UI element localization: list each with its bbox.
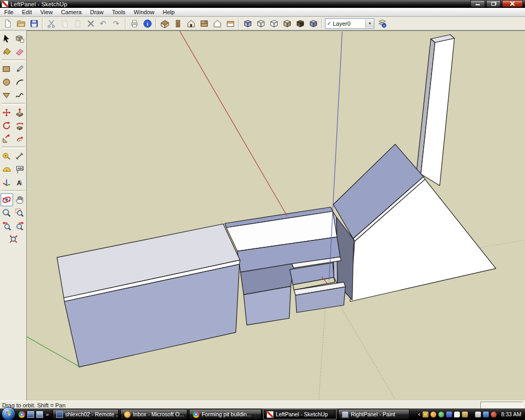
previous-view-tool[interactable] bbox=[1, 219, 13, 233]
menu-help[interactable]: Help bbox=[159, 8, 179, 16]
new-button[interactable] bbox=[1, 17, 14, 30]
tray-chat-icon[interactable] bbox=[454, 412, 460, 417]
dimension-tool[interactable] bbox=[14, 150, 26, 163]
palette-row bbox=[0, 62, 26, 76]
redo-button[interactable] bbox=[110, 17, 123, 30]
pan-tool[interactable] bbox=[14, 193, 26, 206]
task-remote-desktop[interactable]: shlexch02 - Remote ... bbox=[52, 409, 119, 419]
house-left-icon bbox=[226, 19, 235, 28]
tool-palette bbox=[0, 30, 27, 401]
zoom-window-tool[interactable] bbox=[14, 206, 26, 219]
task-outlook[interactable]: Inbox - Microsoft O... bbox=[120, 409, 187, 419]
move-tool[interactable] bbox=[1, 106, 13, 119]
orbit-tool[interactable] bbox=[1, 193, 13, 206]
tray-messenger-icon[interactable] bbox=[446, 412, 452, 417]
menu-window[interactable]: Window bbox=[130, 8, 159, 16]
task-sketchup[interactable]: LeftPanel - SketchUp bbox=[263, 409, 337, 419]
tray-network-icon[interactable] bbox=[483, 412, 489, 417]
shaded-textures-button[interactable] bbox=[293, 17, 307, 30]
menu-camera[interactable]: Camera bbox=[57, 8, 86, 16]
make-component-tool[interactable] bbox=[14, 32, 26, 45]
scale-tool[interactable] bbox=[1, 132, 13, 145]
viewport[interactable] bbox=[26, 30, 525, 401]
palette-separator bbox=[2, 146, 25, 149]
circle-tool[interactable] bbox=[1, 76, 13, 89]
menu-view[interactable]: View bbox=[36, 8, 57, 16]
freehand-tool[interactable] bbox=[14, 89, 26, 102]
shaded-button[interactable] bbox=[280, 17, 293, 30]
door-icon bbox=[173, 19, 183, 28]
tray-gap-icon[interactable] bbox=[470, 412, 473, 417]
print-button[interactable] bbox=[128, 17, 141, 30]
right-view-button[interactable] bbox=[171, 17, 184, 30]
zoom-extents-tool[interactable] bbox=[7, 233, 19, 246]
undo-button[interactable] bbox=[97, 17, 110, 30]
left-view-button[interactable] bbox=[224, 17, 237, 30]
next-view-tool[interactable] bbox=[14, 219, 26, 233]
wireframe-button[interactable] bbox=[254, 17, 267, 30]
polygon-tool[interactable] bbox=[1, 89, 13, 102]
monochrome-button[interactable] bbox=[307, 17, 320, 30]
arc-tool[interactable] bbox=[14, 76, 26, 89]
erase-button[interactable] bbox=[84, 17, 97, 30]
front-view-button[interactable] bbox=[184, 17, 197, 30]
freehand-tool-icon bbox=[15, 90, 25, 100]
save-button[interactable] bbox=[27, 17, 40, 30]
line-tool[interactable] bbox=[14, 62, 26, 76]
minimize-button[interactable] bbox=[470, 0, 485, 7]
open-button[interactable] bbox=[14, 17, 27, 30]
eraser-tool[interactable] bbox=[14, 45, 26, 58]
quick-launch-overflow[interactable]: » bbox=[46, 411, 49, 417]
start-button[interactable] bbox=[2, 407, 15, 420]
follow-me-tool[interactable] bbox=[14, 119, 26, 132]
tray-contacts-icon[interactable] bbox=[438, 412, 444, 417]
layers-dropdown-arrow-icon[interactable]: ▼ bbox=[365, 19, 374, 28]
palette-row bbox=[0, 132, 26, 145]
model-info-button[interactable] bbox=[141, 17, 154, 30]
layers-dropdown[interactable]: ✓Layer0▼ bbox=[325, 18, 374, 29]
polygon-tool-icon bbox=[2, 90, 12, 100]
xray-button[interactable] bbox=[241, 17, 254, 30]
task-paint[interactable]: RightPanel - Paint bbox=[338, 409, 410, 419]
offset-tool[interactable] bbox=[14, 132, 26, 145]
close-button[interactable] bbox=[502, 0, 523, 7]
paint-bucket-tool[interactable] bbox=[1, 45, 13, 58]
tape-measure-tool[interactable] bbox=[1, 150, 13, 163]
hidden-line-button[interactable] bbox=[267, 17, 280, 30]
tray-mail-icon[interactable] bbox=[423, 412, 428, 417]
menu-draw[interactable]: Draw bbox=[86, 8, 108, 16]
restore-button[interactable] bbox=[486, 0, 501, 7]
back-view-button[interactable] bbox=[211, 17, 224, 30]
measurements-box[interactable] bbox=[480, 402, 523, 409]
iso-view-button[interactable] bbox=[158, 17, 171, 30]
rotate-tool[interactable] bbox=[1, 119, 13, 132]
quick-launch-remote-desktop[interactable] bbox=[27, 411, 34, 418]
select-tool[interactable] bbox=[1, 32, 13, 45]
rectangle-tool[interactable] bbox=[1, 62, 13, 76]
tray-reminder-icon[interactable] bbox=[430, 412, 436, 417]
tray-volume-icon[interactable] bbox=[491, 412, 497, 417]
chrome-icon bbox=[193, 411, 200, 418]
floppy-icon bbox=[29, 19, 39, 28]
threed-text-tool[interactable] bbox=[14, 176, 26, 189]
menu-tools[interactable]: Tools bbox=[108, 8, 130, 16]
quick-launch-app[interactable] bbox=[36, 411, 43, 418]
push-pull-tool[interactable] bbox=[14, 106, 26, 119]
axes-tool[interactable] bbox=[1, 176, 13, 189]
model-canvas[interactable] bbox=[26, 31, 525, 401]
protractor-tool[interactable] bbox=[1, 163, 13, 176]
quick-launch-chrome[interactable] bbox=[18, 411, 25, 418]
tray-power-icon[interactable] bbox=[475, 412, 481, 417]
layer-manager-button[interactable] bbox=[375, 17, 388, 30]
house-top-icon bbox=[200, 19, 209, 28]
next-tool-icon bbox=[15, 221, 25, 231]
text-tool[interactable] bbox=[14, 163, 26, 176]
tray-security-icon[interactable] bbox=[462, 412, 468, 417]
cut-button[interactable] bbox=[45, 17, 58, 30]
menu-edit[interactable]: Edit bbox=[18, 8, 36, 16]
menu-file[interactable]: File bbox=[0, 8, 18, 16]
top-view-button[interactable] bbox=[197, 17, 211, 30]
task-browser[interactable]: Forming pit buildin... bbox=[189, 409, 261, 419]
zoom-tool[interactable] bbox=[1, 206, 13, 219]
tray-chevron-icon[interactable]: ‹ bbox=[418, 411, 420, 418]
